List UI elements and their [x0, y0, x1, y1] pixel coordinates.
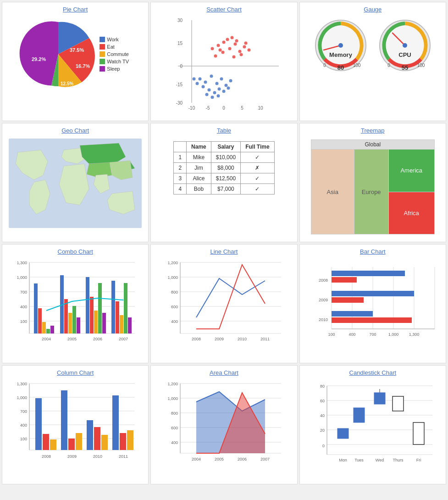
- svg-rect-82: [42, 322, 46, 333]
- geo-chart-cell: Geo Chart: [2, 123, 149, 242]
- treemap-chart-cell: Treemap Global Asia Europe America: [299, 123, 446, 242]
- table-row: 1 Mike $10,000 ✓: [174, 152, 274, 163]
- svg-rect-81: [38, 308, 42, 333]
- svg-rect-80: [34, 283, 38, 333]
- scatter-svg: 30 15 0 -15 -30 -10 -5 0 5 10: [164, 16, 283, 117]
- svg-point-58: [403, 43, 407, 48]
- svg-text:15: 15: [177, 41, 183, 46]
- svg-text:CPU: CPU: [398, 51, 411, 58]
- svg-text:100: 100: [20, 319, 27, 324]
- table-cell-num: 3: [174, 173, 187, 184]
- legend-label-work: Work: [107, 37, 118, 42]
- chart-grid: Pie Chart 37.5% 16.7% 12.5% 29.2%: [0, 0, 448, 486]
- svg-text:1,200: 1,200: [168, 261, 178, 265]
- svg-point-14: [222, 41, 226, 44]
- treemap-chart-title[interactable]: Treemap: [361, 127, 385, 134]
- treemap-europe: Europe: [354, 150, 389, 234]
- svg-point-15: [228, 47, 232, 50]
- gauge-chart-title[interactable]: Gauge: [364, 6, 382, 13]
- svg-rect-99: [128, 317, 132, 333]
- svg-text:2004: 2004: [42, 337, 51, 341]
- table-cell-salary: $7,000: [211, 184, 240, 194]
- column-chart-title[interactable]: Column Chart: [57, 369, 94, 376]
- svg-text:60: 60: [320, 399, 325, 403]
- svg-text:2011: 2011: [119, 454, 128, 459]
- area-svg: 1,200 1,000 800 600 400 2004 2005 2006 2…: [160, 379, 288, 471]
- geo-svg: [9, 139, 142, 228]
- area-chart-title[interactable]: Area Chart: [210, 369, 238, 376]
- pie-chart-title[interactable]: Pie Chart: [63, 6, 88, 13]
- pie-label-commute: 12.5%: [61, 81, 73, 86]
- svg-text:100: 100: [353, 63, 360, 68]
- table-cell-name: Jim: [187, 163, 211, 173]
- svg-rect-162: [112, 395, 119, 450]
- svg-rect-90: [86, 277, 89, 333]
- svg-text:2011: 2011: [260, 337, 270, 341]
- line-svg: 1,200 1,000 800 600 400 2008 2009 2010 2…: [160, 258, 288, 350]
- svg-text:2009: 2009: [215, 337, 224, 341]
- svg-rect-83: [46, 329, 50, 333]
- table-cell-name: Bob: [187, 184, 211, 194]
- bar-chart-title[interactable]: Bar Chart: [360, 248, 386, 255]
- combo-chart-cell: Combo Chart 1,300 1,000 700 400 100 2004…: [2, 244, 149, 363]
- svg-rect-160: [94, 427, 100, 450]
- svg-rect-159: [87, 420, 93, 450]
- table-chart-title[interactable]: Table: [217, 127, 231, 134]
- svg-point-19: [226, 38, 229, 41]
- svg-point-46: [217, 94, 220, 98]
- table-cell-salary: $8,000: [211, 163, 240, 173]
- svg-text:0: 0: [323, 63, 326, 68]
- line-chart-title[interactable]: Line Chart: [210, 248, 238, 255]
- geo-chart-title[interactable]: Geo Chart: [61, 127, 89, 134]
- svg-text:1,000: 1,000: [17, 275, 28, 280]
- svg-text:55: 55: [402, 64, 408, 71]
- svg-rect-134: [332, 297, 364, 303]
- svg-text:2006: 2006: [93, 337, 102, 341]
- svg-text:400: 400: [348, 332, 355, 337]
- svg-text:0: 0: [322, 444, 325, 448]
- svg-point-21: [235, 39, 238, 43]
- combo-svg: 1,300 1,000 700 400 100 2004 2005 2006 2…: [9, 258, 142, 350]
- svg-rect-164: [127, 430, 133, 450]
- svg-rect-132: [332, 277, 357, 283]
- line-chart-cell: Line Chart 1,200 1,000 800 600 400 2008 …: [150, 244, 297, 363]
- table-row: 2 Jim $8,000 ✗: [174, 163, 274, 173]
- legend-work: Work: [100, 37, 129, 42]
- svg-text:2005: 2005: [67, 337, 77, 341]
- legend-label-commute: Commute: [107, 51, 129, 57]
- svg-rect-84: [50, 326, 54, 333]
- svg-text:700: 700: [369, 332, 376, 337]
- table-cell-fulltime: ✓: [241, 184, 274, 194]
- bar-chart-cell: Bar Chart 100 400 700 1,000 1,300 2008 2…: [299, 244, 446, 363]
- svg-point-20: [231, 36, 234, 39]
- svg-text:700: 700: [20, 409, 27, 414]
- svg-text:2010: 2010: [319, 317, 328, 322]
- bar-svg: 100 400 700 1,000 1,300 2008 2009 2010: [309, 258, 437, 350]
- svg-rect-156: [61, 390, 67, 450]
- legend-commute: Commute: [100, 51, 129, 57]
- svg-rect-133: [332, 291, 414, 296]
- svg-text:1,000: 1,000: [168, 396, 178, 401]
- svg-text:2007: 2007: [260, 457, 270, 461]
- svg-rect-157: [68, 439, 75, 450]
- svg-rect-98: [124, 283, 127, 333]
- svg-text:2004: 2004: [192, 457, 201, 461]
- treemap-africa: Africa: [389, 192, 434, 234]
- svg-point-30: [204, 81, 207, 84]
- svg-rect-161: [101, 435, 108, 450]
- svg-point-40: [229, 79, 232, 83]
- legend-color-commute: [100, 51, 105, 57]
- svg-text:1,000: 1,000: [17, 395, 28, 400]
- pie-chart-content: 37.5% 16.7% 12.5% 29.2% Work Eat Commute: [22, 17, 129, 91]
- legend-color-work: [100, 37, 105, 42]
- scatter-chart-title[interactable]: Scatter Chart: [206, 6, 242, 13]
- candlestick-chart-title[interactable]: Candlestick Chart: [349, 369, 397, 376]
- combo-chart-title[interactable]: Combo Chart: [58, 248, 93, 255]
- svg-text:1,300: 1,300: [409, 332, 420, 337]
- svg-text:1,000: 1,000: [388, 332, 399, 337]
- svg-point-16: [234, 43, 237, 46]
- table-row: 3 Alice $12,500 ✓: [174, 173, 274, 184]
- svg-point-13: [217, 44, 220, 47]
- svg-text:600: 600: [171, 305, 178, 309]
- table-header-num: [174, 142, 187, 152]
